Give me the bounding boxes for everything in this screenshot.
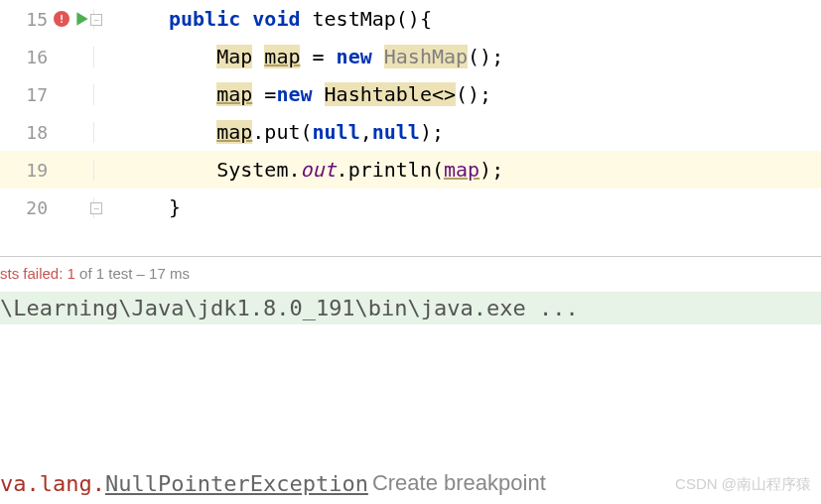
code-line-17[interactable]: 17 map =new Hashtable<>(); xyxy=(0,75,821,113)
gutter: 17 xyxy=(0,84,94,105)
fold-icon[interactable]: − xyxy=(90,12,102,27)
code-content[interactable]: Map map = new HashMap(); xyxy=(94,45,503,68)
code-line-15[interactable]: 15 ! − public void testMap(){ xyxy=(0,0,821,38)
exception-package: va.lang. xyxy=(0,471,105,496)
fold-icon[interactable]: − xyxy=(90,200,102,215)
code-line-18[interactable]: 18 map.put(null,null); xyxy=(0,113,821,151)
code-content[interactable]: public void testMap(){ xyxy=(94,7,432,31)
gutter: 16 xyxy=(0,47,94,67)
test-status-bar: sts failed: 1 of 1 test – 17 ms xyxy=(0,257,821,290)
console-output[interactable]: \Learning\Java\jdk1.8.0_191\bin\java.exe… xyxy=(0,292,821,324)
gutter: 20 − xyxy=(0,197,94,218)
gutter: 15 ! − xyxy=(0,9,94,30)
code-line-19[interactable]: 19 System.out.println(map); xyxy=(0,151,821,189)
svg-marker-0 xyxy=(76,12,87,26)
code-editor[interactable]: 15 ! − public void testMap(){ 16 Map map… xyxy=(0,0,821,226)
line-number: 16 xyxy=(18,47,48,67)
error-icon: ! xyxy=(52,11,69,27)
gutter: 18 xyxy=(0,122,94,143)
line-number: 15 xyxy=(18,9,48,30)
line-number: 17 xyxy=(18,84,48,105)
create-breakpoint-link[interactable]: Create breakpoint xyxy=(372,470,546,496)
console-path: \Learning\Java\jdk1.8.0_191\bin\java.exe… xyxy=(0,296,579,320)
line-number: 19 xyxy=(18,160,48,181)
run-icon[interactable] xyxy=(73,10,91,28)
code-content[interactable]: map =new Hashtable<>(); xyxy=(94,82,491,106)
code-content[interactable]: System.out.println(map); xyxy=(94,158,503,182)
tests-summary: of 1 test – 17 ms xyxy=(75,265,190,282)
gutter: 19 xyxy=(0,160,94,181)
line-number: 20 xyxy=(18,197,48,218)
code-content[interactable]: map.put(null,null); xyxy=(94,120,444,144)
exception-line[interactable]: va.lang.NullPointerException Create brea… xyxy=(0,470,546,496)
exception-class[interactable]: NullPointerException xyxy=(105,471,368,496)
code-content[interactable]: } xyxy=(94,195,181,219)
line-number: 18 xyxy=(18,122,48,143)
code-line-16[interactable]: 16 Map map = new HashMap(); xyxy=(0,38,821,75)
tests-failed-label: sts failed: 1 xyxy=(0,265,75,282)
code-line-20[interactable]: 20 − } xyxy=(0,189,821,226)
watermark: CSDN @南山程序猿 xyxy=(675,475,811,494)
